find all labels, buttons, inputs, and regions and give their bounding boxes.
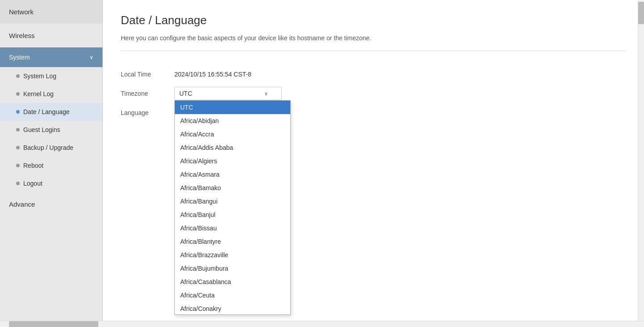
bullet-icon: [16, 182, 20, 185]
sidebar-logout-label: Logout: [23, 180, 42, 187]
local-time-value: 2024/10/15 16:55:54 CST-8: [174, 71, 251, 78]
sidebar-system-log-label: System Log: [23, 72, 56, 80]
right-scrollbar[interactable]: [638, 0, 644, 321]
bottom-scrollbar-thumb[interactable]: [9, 321, 98, 327]
bullet-icon: [16, 74, 20, 78]
timezone-option[interactable]: Africa/Bangui: [175, 195, 290, 208]
timezone-option[interactable]: UTC: [175, 101, 290, 114]
right-scrollbar-thumb[interactable]: [638, 2, 644, 24]
sidebar-item-reboot[interactable]: Reboot: [0, 157, 102, 174]
sidebar-kernel-log-label: Kernel Log: [23, 90, 54, 98]
page-description: Here you can configure the basic aspects…: [121, 34, 626, 51]
timezone-label: Timezone: [121, 87, 174, 97]
timezone-option[interactable]: Africa/Algiers: [175, 154, 290, 168]
timezone-option[interactable]: Africa/Abidjan: [175, 114, 290, 127]
page-title: Date / Language: [121, 13, 626, 27]
local-time-label: Local Time: [121, 71, 174, 78]
timezone-row: Timezone UTC ∨ UTCAfrica/AbidjanAfrica/A…: [121, 87, 626, 100]
dropdown-chevron-icon: ∨: [264, 91, 268, 97]
timezone-dropdown-list[interactable]: UTCAfrica/AbidjanAfrica/AccraAfrica/Addi…: [174, 100, 291, 315]
timezone-option[interactable]: Africa/Banjul: [175, 208, 290, 221]
sidebar-item-system[interactable]: System ∨: [0, 47, 102, 67]
bullet-icon: [16, 164, 20, 167]
sidebar-item-network[interactable]: Network: [0, 0, 102, 24]
timezone-option[interactable]: Africa/Bamako: [175, 181, 290, 195]
local-time-row: Local Time 2024/10/15 16:55:54 CST-8: [121, 71, 626, 78]
sidebar-network-label: Network: [9, 8, 34, 16]
timezone-option[interactable]: Africa/Accra: [175, 127, 290, 141]
sidebar-item-backup-upgrade[interactable]: Backup / Upgrade: [0, 139, 102, 157]
timezone-option[interactable]: Africa/Bissau: [175, 221, 290, 235]
timezone-selected-value: UTC: [179, 90, 192, 97]
sidebar-advance-label: Advance: [9, 200, 35, 208]
sidebar-guest-logins-label: Guest Logins: [23, 126, 60, 133]
timezone-option[interactable]: Africa/Conakry: [175, 302, 290, 315]
sidebar-wireless-label: Wireless: [9, 32, 35, 39]
sidebar-item-date-language[interactable]: Date / Language: [0, 103, 102, 121]
sidebar-item-logout[interactable]: Logout: [0, 174, 102, 192]
timezone-select-display[interactable]: UTC ∨: [174, 87, 282, 100]
bullet-icon: [16, 128, 20, 132]
timezone-option[interactable]: Africa/Casablanca: [175, 275, 290, 289]
bullet-active-icon: [16, 110, 20, 114]
chevron-down-icon: ∨: [89, 54, 93, 60]
form-section: Local Time 2024/10/15 16:55:54 CST-8 Tim…: [121, 62, 626, 134]
main-content: Date / Language Here you can configure t…: [103, 0, 644, 327]
sidebar-date-language-label: Date / Language: [23, 108, 70, 115]
sidebar-system-label: System: [9, 54, 30, 61]
timezone-option[interactable]: Africa/Brazzaville: [175, 248, 290, 262]
sidebar-item-guest-logins[interactable]: Guest Logins: [0, 121, 102, 139]
sidebar: Network Wireless System ∨ System Log Ker…: [0, 0, 103, 327]
language-label: Language: [121, 109, 174, 116]
sidebar-reboot-label: Reboot: [23, 162, 43, 169]
bottom-scrollbar[interactable]: [0, 321, 644, 327]
timezone-option[interactable]: Africa/Blantyre: [175, 235, 290, 248]
bullet-icon: [16, 146, 20, 149]
timezone-option[interactable]: Africa/Addis Ababa: [175, 141, 290, 154]
timezone-option[interactable]: Africa/Ceuta: [175, 289, 290, 302]
sidebar-item-kernel-log[interactable]: Kernel Log: [0, 85, 102, 103]
timezone-option[interactable]: Africa/Asmara: [175, 168, 290, 181]
sidebar-item-advance[interactable]: Advance: [0, 192, 102, 216]
timezone-dropdown-container: UTC ∨ UTCAfrica/AbidjanAfrica/AccraAfric…: [174, 87, 282, 100]
sidebar-item-system-log[interactable]: System Log: [0, 67, 102, 85]
bullet-icon: [16, 92, 20, 96]
timezone-option[interactable]: Africa/Bujumbura: [175, 262, 290, 275]
sidebar-backup-upgrade-label: Backup / Upgrade: [23, 144, 73, 151]
sidebar-item-wireless[interactable]: Wireless: [0, 24, 102, 47]
